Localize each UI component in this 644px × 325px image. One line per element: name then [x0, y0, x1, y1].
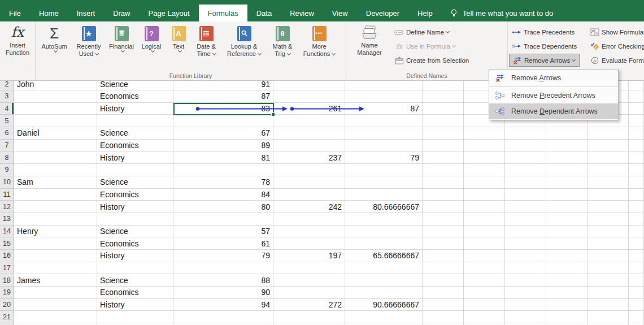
- cell-empty[interactable]: [505, 262, 546, 275]
- cell-D5[interactable]: [273, 115, 345, 127]
- row-header-2[interactable]: 2: [0, 81, 14, 90]
- row-header-5[interactable]: 5: [0, 115, 14, 127]
- cell-C11[interactable]: 84: [173, 189, 273, 201]
- cell-empty[interactable]: [629, 103, 644, 115]
- cell-empty[interactable]: [423, 299, 464, 311]
- cell-B17[interactable]: [97, 262, 173, 275]
- cell-C2[interactable]: 91: [173, 81, 273, 90]
- more-functions-button[interactable]: ••• More Functions: [298, 23, 341, 71]
- cell-empty[interactable]: [505, 274, 546, 287]
- row-header-13[interactable]: 13: [0, 213, 14, 226]
- cell-empty[interactable]: [588, 311, 629, 323]
- cell-empty[interactable]: [505, 311, 546, 323]
- cell-empty[interactable]: [546, 226, 588, 238]
- cell-B15[interactable]: Economics: [97, 237, 173, 250]
- cell-empty[interactable]: [423, 287, 464, 299]
- cell-B16[interactable]: History: [97, 250, 173, 262]
- show-formulas-button[interactable]: 15fx Show Formulas: [587, 25, 644, 38]
- cell-empty[interactable]: [546, 140, 588, 152]
- cell-empty[interactable]: [629, 274, 644, 287]
- cell-B2[interactable]: Science: [97, 81, 173, 90]
- cell-A9[interactable]: [14, 164, 97, 176]
- cell-empty[interactable]: [464, 176, 505, 189]
- tab-review[interactable]: Review: [281, 5, 323, 21]
- cell-empty[interactable]: [546, 287, 588, 299]
- financial-button[interactable]: Financial: [106, 23, 137, 71]
- cell-D18[interactable]: [273, 274, 345, 287]
- cell-empty[interactable]: [423, 140, 464, 152]
- cell-empty[interactable]: [423, 250, 464, 262]
- define-name-button[interactable]: Define Name: [391, 25, 471, 38]
- cell-B9[interactable]: [97, 164, 173, 176]
- cell-empty[interactable]: [629, 299, 644, 311]
- cell-empty[interactable]: [588, 237, 629, 250]
- row-header-4[interactable]: 4: [0, 103, 14, 115]
- cell-empty[interactable]: [423, 226, 464, 238]
- cell-E21[interactable]: [345, 311, 423, 323]
- cell-empty[interactable]: [588, 287, 629, 299]
- cell-empty[interactable]: [464, 226, 505, 238]
- cell-empty[interactable]: [546, 201, 588, 213]
- row-header-19[interactable]: 19: [0, 287, 14, 299]
- cell-empty[interactable]: [505, 287, 546, 299]
- cell-A19[interactable]: [14, 287, 97, 299]
- cell-empty[interactable]: [629, 250, 644, 262]
- row-header-12[interactable]: 12: [0, 201, 14, 213]
- cell-D17[interactable]: [273, 262, 345, 275]
- cell-empty[interactable]: [629, 262, 644, 275]
- cell-E13[interactable]: [345, 213, 423, 226]
- menu-item-remove-arrows[interactable]: Remove Arrows: [489, 70, 618, 86]
- cell-B21[interactable]: [97, 311, 173, 323]
- cell-empty[interactable]: [629, 226, 644, 238]
- cell-B11[interactable]: Economics: [97, 189, 173, 201]
- date-time-button[interactable]: Date & Time: [192, 23, 221, 71]
- cell-empty[interactable]: [505, 237, 546, 250]
- cell-empty[interactable]: [505, 213, 546, 226]
- cell-C7[interactable]: 89: [173, 140, 273, 152]
- cell-D9[interactable]: [273, 164, 345, 176]
- cell-empty[interactable]: [629, 127, 644, 140]
- trace-dependents-button[interactable]: Trace Dependents: [509, 40, 580, 53]
- menu-item-remove-precedent-arrows[interactable]: Remove Precedent Arrows: [489, 88, 618, 103]
- cell-D15[interactable]: [273, 237, 345, 250]
- cell-empty[interactable]: [546, 237, 588, 250]
- cell-A15[interactable]: [14, 237, 97, 250]
- cell-A4[interactable]: [14, 103, 97, 115]
- cell-D10[interactable]: [273, 176, 345, 189]
- cell-empty[interactable]: [546, 164, 588, 176]
- cell-B5[interactable]: [97, 115, 173, 127]
- cell-empty[interactable]: [588, 151, 629, 164]
- cell-empty[interactable]: [588, 250, 629, 262]
- cell-E8[interactable]: 79: [345, 151, 423, 164]
- create-from-selection-button[interactable]: Create from Selection: [391, 54, 471, 67]
- cell-D4[interactable]: 261: [273, 103, 345, 115]
- tab-view[interactable]: View: [323, 5, 357, 21]
- tab-draw[interactable]: Draw: [104, 5, 139, 21]
- cell-E18[interactable]: [345, 274, 423, 287]
- cell-empty[interactable]: [588, 262, 629, 275]
- cell-E19[interactable]: [345, 287, 423, 299]
- cell-empty[interactable]: [505, 176, 546, 189]
- autosum-button[interactable]: Σ AutoSum: [37, 23, 72, 71]
- insert-function-button[interactable]: fx Insert Function: [0, 21, 35, 70]
- cell-C15[interactable]: 61: [173, 237, 273, 250]
- cell-empty[interactable]: [588, 176, 629, 189]
- cell-empty[interactable]: [588, 201, 629, 213]
- cell-empty[interactable]: [588, 213, 629, 226]
- cell-empty[interactable]: [423, 164, 464, 176]
- cell-empty[interactable]: [588, 299, 629, 311]
- cell-C19[interactable]: 90: [173, 287, 273, 299]
- cell-E2[interactable]: [345, 81, 423, 90]
- cell-D20[interactable]: 272: [273, 299, 345, 311]
- cell-C5[interactable]: [173, 115, 273, 127]
- cell-empty[interactable]: [464, 140, 505, 152]
- cell-empty[interactable]: [505, 226, 546, 238]
- cell-empty[interactable]: [423, 213, 464, 226]
- cell-D14[interactable]: [273, 226, 345, 238]
- error-checking-button[interactable]: ! Error Checking: [587, 40, 644, 53]
- cell-E9[interactable]: [345, 164, 423, 176]
- cell-empty[interactable]: [464, 250, 505, 262]
- cell-A14[interactable]: Henry: [14, 226, 97, 238]
- cell-C6[interactable]: 67: [173, 127, 273, 140]
- cell-empty[interactable]: [505, 201, 546, 213]
